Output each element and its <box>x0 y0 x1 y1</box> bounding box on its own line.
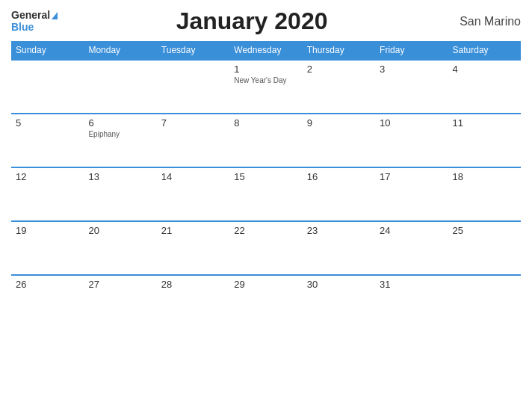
calendar-header: General Blue January 2020 San Marino <box>11 7 521 35</box>
day-number: 7 <box>161 117 225 129</box>
calendar-cell: 11 <box>448 114 521 167</box>
logo-general-text: General <box>11 10 50 21</box>
calendar-cell: 5 <box>11 114 84 167</box>
day-number: 6 <box>88 117 152 129</box>
week-row-5: 262728293031 <box>11 275 521 329</box>
calendar-cell: 1New Year's Day <box>229 60 302 114</box>
calendar-table: SundayMondayTuesdayWednesdayThursdayFrid… <box>11 41 521 329</box>
day-number: 16 <box>307 171 371 182</box>
holiday-label: Epiphany <box>88 130 152 138</box>
day-number: 24 <box>380 225 443 236</box>
day-number: 20 <box>88 225 152 236</box>
day-number: 21 <box>161 225 225 236</box>
day-number: 2 <box>307 64 371 75</box>
calendar-cell: 15 <box>229 167 302 221</box>
day-number: 17 <box>380 171 443 182</box>
calendar-cell: 7 <box>157 114 229 167</box>
day-number: 1 <box>234 64 297 75</box>
calendar-cell: 31 <box>375 275 448 329</box>
day-number: 14 <box>161 171 225 182</box>
day-number: 13 <box>88 171 152 182</box>
calendar-cell: 21 <box>157 221 229 275</box>
day-header-wednesday: Wednesday <box>229 41 302 60</box>
calendar-cell: 22 <box>229 221 302 275</box>
calendar-cell: 13 <box>84 167 156 221</box>
day-number: 5 <box>16 117 79 129</box>
calendar-cell: 6Epiphany <box>84 114 156 167</box>
calendar-cell: 30 <box>303 275 375 329</box>
day-number: 22 <box>234 225 297 236</box>
day-number: 15 <box>234 171 297 182</box>
calendar-cell: 12 <box>11 167 84 221</box>
calendar-cell: 3 <box>375 60 448 114</box>
country-name: San Marino <box>446 15 521 28</box>
day-number: 12 <box>16 171 79 182</box>
calendar-cell <box>84 60 156 114</box>
calendar-cell <box>448 275 521 329</box>
day-number: 8 <box>234 117 297 129</box>
calendar-title: January 2020 <box>58 7 446 35</box>
calendar-cell: 23 <box>303 221 375 275</box>
day-number: 9 <box>307 117 371 129</box>
day-number: 29 <box>234 279 297 290</box>
calendar-cell: 17 <box>375 167 448 221</box>
day-number: 27 <box>88 279 152 290</box>
day-number: 23 <box>307 225 371 236</box>
week-row-3: 12131415161718 <box>11 167 521 221</box>
calendar-cell: 8 <box>229 114 302 167</box>
day-number: 25 <box>453 225 516 236</box>
logo: General Blue <box>11 10 58 33</box>
day-header-sunday: Sunday <box>11 41 84 60</box>
day-number: 4 <box>453 64 516 75</box>
calendar-cell: 19 <box>11 221 84 275</box>
calendar-cell: 16 <box>303 167 375 221</box>
day-number: 3 <box>380 64 443 75</box>
days-header-row: SundayMondayTuesdayWednesdayThursdayFrid… <box>11 41 521 60</box>
week-row-4: 19202122232425 <box>11 221 521 275</box>
day-number: 26 <box>16 279 79 290</box>
calendar-cell: 2 <box>303 60 375 114</box>
day-number: 28 <box>161 279 225 290</box>
calendar-cell: 29 <box>229 275 302 329</box>
day-header-monday: Monday <box>84 41 156 60</box>
calendar-cell <box>157 60 229 114</box>
week-row-2: 56Epiphany7891011 <box>11 114 521 167</box>
day-header-friday: Friday <box>375 41 448 60</box>
calendar-cell: 20 <box>84 221 156 275</box>
day-header-saturday: Saturday <box>448 41 521 60</box>
calendar-cell: 9 <box>303 114 375 167</box>
week-row-1: 1New Year's Day234 <box>11 60 521 114</box>
calendar-cell: 10 <box>375 114 448 167</box>
calendar-cell: 4 <box>448 60 521 114</box>
logo-triangle-icon <box>52 12 58 19</box>
calendar-cell: 27 <box>84 275 156 329</box>
day-number: 10 <box>380 117 443 129</box>
holiday-label: New Year's Day <box>234 76 297 84</box>
calendar-cell: 28 <box>157 275 229 329</box>
day-number: 18 <box>453 171 516 182</box>
day-number: 31 <box>380 279 443 290</box>
calendar-cell: 14 <box>157 167 229 221</box>
day-number: 11 <box>453 117 516 129</box>
calendar-cell: 26 <box>11 275 84 329</box>
day-number: 19 <box>16 225 79 236</box>
calendar-cell: 25 <box>448 221 521 275</box>
logo-blue-text: Blue <box>11 22 34 33</box>
calendar-cell: 24 <box>375 221 448 275</box>
day-header-tuesday: Tuesday <box>157 41 229 60</box>
calendar-container: General Blue January 2020 San Marino Sun… <box>0 0 532 411</box>
day-number: 30 <box>307 279 371 290</box>
day-header-thursday: Thursday <box>303 41 375 60</box>
calendar-cell <box>11 60 84 114</box>
calendar-cell: 18 <box>448 167 521 221</box>
